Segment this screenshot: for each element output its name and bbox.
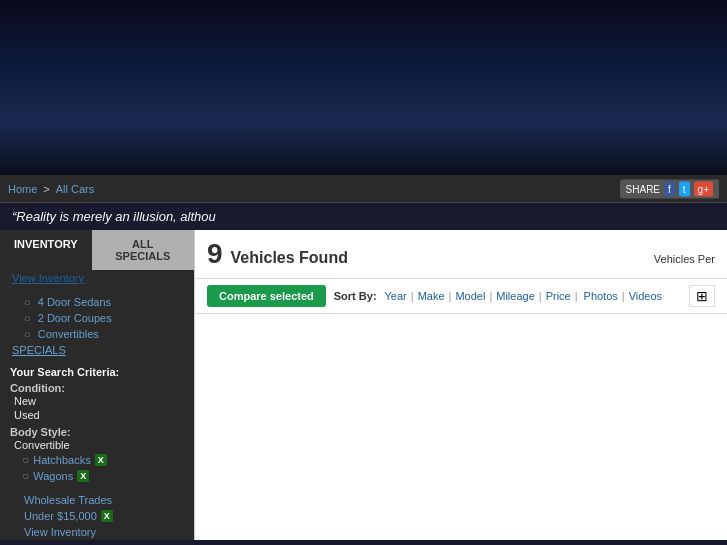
condition-new-item: New <box>10 394 184 408</box>
view-inventory2-link[interactable]: View Inventory <box>0 524 194 540</box>
body-style-label: Body Style: <box>10 426 184 438</box>
sort-videos-link[interactable]: Videos <box>629 290 662 302</box>
bullet-icon: ○ <box>24 296 31 308</box>
nav-bar: Home > All Cars SHARE f t g+ <box>0 175 727 203</box>
share-googleplus-icon[interactable]: g+ <box>694 181 713 196</box>
under-price-remove-btn[interactable]: X <box>101 510 113 522</box>
hatchbacks-remove-btn[interactable]: X <box>95 454 107 466</box>
sort-bar: Compare selected Sort By: Year | Make | … <box>195 279 727 314</box>
nav-allcars-link[interactable]: All Cars <box>56 183 95 195</box>
main-container: INVENTORY ALL SPECIALS View Inventory ○ … <box>0 230 727 540</box>
compare-selected-button[interactable]: Compare selected <box>207 285 326 307</box>
sort-year-link[interactable]: Year <box>385 290 407 302</box>
inventory-view-icon[interactable]: ⊞ <box>689 285 715 307</box>
list-item-2door[interactable]: ○ 2 Door Coupes <box>0 310 194 326</box>
share-facebook-icon[interactable]: f <box>664 181 675 196</box>
share-button[interactable]: SHARE f t g+ <box>620 179 719 198</box>
wagons-item[interactable]: ○ Wagons X <box>10 468 184 484</box>
search-criteria-box: Your Search Criteria: Condition: New Use… <box>0 358 194 492</box>
tab-inventory[interactable]: INVENTORY <box>0 230 92 270</box>
sort-model-link[interactable]: Model <box>455 290 485 302</box>
wholesale-link[interactable]: Wholesale Trades <box>0 492 194 508</box>
bullet-icon: ○ <box>22 469 29 483</box>
hatchbacks-link[interactable]: Hatchbacks <box>33 454 90 466</box>
bullet-icon: ○ <box>24 328 31 340</box>
link-convertibles[interactable]: Convertibles <box>38 328 99 340</box>
sort-by-label: Sort By: <box>334 290 377 302</box>
results-count-text: Vehicles Found <box>231 249 348 267</box>
link-specials[interactable]: SPECIALS <box>12 344 66 356</box>
sidebar-list: ○ 4 Door Sedans ○ 2 Door Coupes ○ Conver… <box>0 290 194 540</box>
under-price-item[interactable]: Under $15,000 X <box>0 508 194 524</box>
bullet-icon: ○ <box>24 312 31 324</box>
tab-all-specials[interactable]: ALL SPECIALS <box>92 230 194 270</box>
list-item-convertibles[interactable]: ○ Convertibles <box>0 326 194 342</box>
under-price-link[interactable]: Under $15,000 <box>24 510 97 522</box>
bullet-icon: ○ <box>22 453 29 467</box>
sort-mileage-link[interactable]: Mileage <box>496 290 535 302</box>
wagons-remove-btn[interactable]: X <box>77 470 89 482</box>
share-label: SHARE <box>626 183 660 194</box>
nav-separator: > <box>43 183 49 195</box>
hatchbacks-item[interactable]: ○ Hatchbacks X <box>10 452 184 468</box>
sidebar: INVENTORY ALL SPECIALS View Inventory ○ … <box>0 230 195 540</box>
breadcrumb: Home > All Cars <box>8 183 94 195</box>
quote-text: “Reality is merely an illusion, althou <box>12 209 216 224</box>
condition-used-value: Used <box>10 409 40 421</box>
tab-bar: INVENTORY ALL SPECIALS <box>0 230 194 270</box>
results-count-number: 9 <box>207 238 223 270</box>
sort-make-link[interactable]: Make <box>418 290 445 302</box>
sort-price-link[interactable]: Price <box>546 290 571 302</box>
condition-used-item: Used <box>10 408 184 422</box>
share-twitter-icon[interactable]: t <box>679 181 690 196</box>
hero-banner <box>0 0 727 175</box>
condition-label: Condition: <box>10 382 184 394</box>
link-4door[interactable]: 4 Door Sedans <box>38 296 111 308</box>
nav-home-link[interactable]: Home <box>8 183 37 195</box>
view-inventory-link[interactable]: View Inventory <box>0 270 194 290</box>
sort-links: Year | Make | Model | Mileage | Price | … <box>385 289 663 303</box>
results-count-row: 9 Vehicles Found Vehicles Per <box>207 238 715 270</box>
results-header: 9 Vehicles Found Vehicles Per <box>195 230 727 279</box>
sort-photos-link[interactable]: Photos <box>584 290 618 302</box>
main-content: 9 Vehicles Found Vehicles Per Compare se… <box>195 230 727 540</box>
list-item-4door[interactable]: ○ 4 Door Sedans <box>0 294 194 310</box>
condition-new-value: New <box>10 395 36 407</box>
body-style-item: Convertible <box>10 438 184 452</box>
list-item-specials[interactable]: SPECIALS <box>0 342 194 358</box>
vehicles-per-label: Vehicles Per <box>654 253 715 265</box>
quote-bar: “Reality is merely an illusion, althou <box>0 203 727 230</box>
link-2door[interactable]: 2 Door Coupes <box>38 312 112 324</box>
body-style-value: Convertible <box>10 439 70 451</box>
search-criteria-title: Your Search Criteria: <box>10 366 184 378</box>
wagons-link[interactable]: Wagons <box>33 470 73 482</box>
